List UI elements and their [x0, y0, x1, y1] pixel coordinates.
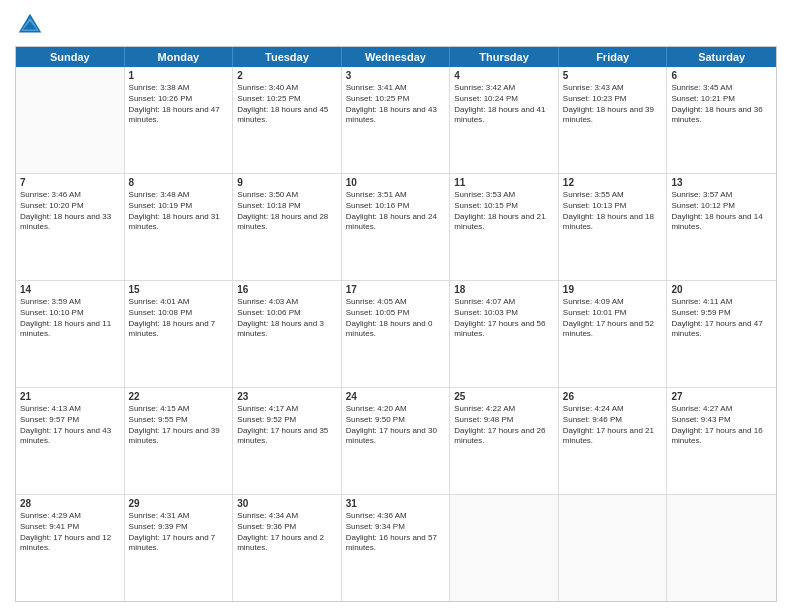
calendar-cell: 23Sunrise: 4:17 AMSunset: 9:52 PMDayligh… — [233, 388, 342, 494]
header-day-wednesday: Wednesday — [342, 47, 451, 67]
cell-details: Sunrise: 3:53 AMSunset: 10:15 PMDaylight… — [454, 190, 554, 233]
day-number: 11 — [454, 177, 554, 188]
day-number: 6 — [671, 70, 772, 81]
calendar-row-4: 28Sunrise: 4:29 AMSunset: 9:41 PMDayligh… — [16, 495, 776, 601]
calendar-cell: 2Sunrise: 3:40 AMSunset: 10:25 PMDayligh… — [233, 67, 342, 173]
cell-details: Sunrise: 4:31 AMSunset: 9:39 PMDaylight:… — [129, 511, 229, 554]
day-number: 10 — [346, 177, 446, 188]
calendar-cell: 22Sunrise: 4:15 AMSunset: 9:55 PMDayligh… — [125, 388, 234, 494]
page: SundayMondayTuesdayWednesdayThursdayFrid… — [0, 0, 792, 612]
cell-details: Sunrise: 4:01 AMSunset: 10:08 PMDaylight… — [129, 297, 229, 340]
day-number: 17 — [346, 284, 446, 295]
day-number: 21 — [20, 391, 120, 402]
calendar-cell — [16, 67, 125, 173]
calendar-cell: 16Sunrise: 4:03 AMSunset: 10:06 PMDaylig… — [233, 281, 342, 387]
day-number: 9 — [237, 177, 337, 188]
cell-details: Sunrise: 3:46 AMSunset: 10:20 PMDaylight… — [20, 190, 120, 233]
cell-details: Sunrise: 4:15 AMSunset: 9:55 PMDaylight:… — [129, 404, 229, 447]
cell-details: Sunrise: 4:07 AMSunset: 10:03 PMDaylight… — [454, 297, 554, 340]
cell-details: Sunrise: 3:45 AMSunset: 10:21 PMDaylight… — [671, 83, 772, 126]
calendar-cell: 28Sunrise: 4:29 AMSunset: 9:41 PMDayligh… — [16, 495, 125, 601]
calendar-cell: 12Sunrise: 3:55 AMSunset: 10:13 PMDaylig… — [559, 174, 668, 280]
calendar-cell — [667, 495, 776, 601]
header-day-sunday: Sunday — [16, 47, 125, 67]
day-number: 28 — [20, 498, 120, 509]
day-number: 23 — [237, 391, 337, 402]
day-number: 7 — [20, 177, 120, 188]
calendar-cell: 4Sunrise: 3:42 AMSunset: 10:24 PMDayligh… — [450, 67, 559, 173]
calendar-cell: 17Sunrise: 4:05 AMSunset: 10:05 PMDaylig… — [342, 281, 451, 387]
calendar-cell: 5Sunrise: 3:43 AMSunset: 10:23 PMDayligh… — [559, 67, 668, 173]
day-number: 24 — [346, 391, 446, 402]
cell-details: Sunrise: 4:36 AMSunset: 9:34 PMDaylight:… — [346, 511, 446, 554]
cell-details: Sunrise: 3:38 AMSunset: 10:26 PMDaylight… — [129, 83, 229, 126]
day-number: 31 — [346, 498, 446, 509]
cell-details: Sunrise: 4:22 AMSunset: 9:48 PMDaylight:… — [454, 404, 554, 447]
cell-details: Sunrise: 4:24 AMSunset: 9:46 PMDaylight:… — [563, 404, 663, 447]
header — [15, 10, 777, 40]
calendar-cell: 9Sunrise: 3:50 AMSunset: 10:18 PMDayligh… — [233, 174, 342, 280]
cell-details: Sunrise: 3:55 AMSunset: 10:13 PMDaylight… — [563, 190, 663, 233]
day-number: 14 — [20, 284, 120, 295]
calendar-cell: 14Sunrise: 3:59 AMSunset: 10:10 PMDaylig… — [16, 281, 125, 387]
cell-details: Sunrise: 3:50 AMSunset: 10:18 PMDaylight… — [237, 190, 337, 233]
calendar-cell: 27Sunrise: 4:27 AMSunset: 9:43 PMDayligh… — [667, 388, 776, 494]
cell-details: Sunrise: 4:34 AMSunset: 9:36 PMDaylight:… — [237, 511, 337, 554]
cell-details: Sunrise: 4:09 AMSunset: 10:01 PMDaylight… — [563, 297, 663, 340]
calendar-header: SundayMondayTuesdayWednesdayThursdayFrid… — [16, 47, 776, 67]
calendar-cell: 1Sunrise: 3:38 AMSunset: 10:26 PMDayligh… — [125, 67, 234, 173]
cell-details: Sunrise: 4:17 AMSunset: 9:52 PMDaylight:… — [237, 404, 337, 447]
calendar-cell: 20Sunrise: 4:11 AMSunset: 9:59 PMDayligh… — [667, 281, 776, 387]
logo-icon — [15, 10, 45, 40]
cell-details: Sunrise: 4:27 AMSunset: 9:43 PMDaylight:… — [671, 404, 772, 447]
header-day-saturday: Saturday — [667, 47, 776, 67]
cell-details: Sunrise: 3:41 AMSunset: 10:25 PMDaylight… — [346, 83, 446, 126]
calendar-cell: 30Sunrise: 4:34 AMSunset: 9:36 PMDayligh… — [233, 495, 342, 601]
logo — [15, 10, 49, 40]
calendar: SundayMondayTuesdayWednesdayThursdayFrid… — [15, 46, 777, 602]
day-number: 20 — [671, 284, 772, 295]
calendar-cell: 29Sunrise: 4:31 AMSunset: 9:39 PMDayligh… — [125, 495, 234, 601]
day-number: 19 — [563, 284, 663, 295]
day-number: 4 — [454, 70, 554, 81]
calendar-cell: 21Sunrise: 4:13 AMSunset: 9:57 PMDayligh… — [16, 388, 125, 494]
header-day-tuesday: Tuesday — [233, 47, 342, 67]
calendar-row-0: 1Sunrise: 3:38 AMSunset: 10:26 PMDayligh… — [16, 67, 776, 174]
day-number: 29 — [129, 498, 229, 509]
day-number: 18 — [454, 284, 554, 295]
calendar-cell: 13Sunrise: 3:57 AMSunset: 10:12 PMDaylig… — [667, 174, 776, 280]
calendar-cell: 24Sunrise: 4:20 AMSunset: 9:50 PMDayligh… — [342, 388, 451, 494]
cell-details: Sunrise: 3:51 AMSunset: 10:16 PMDaylight… — [346, 190, 446, 233]
day-number: 8 — [129, 177, 229, 188]
cell-details: Sunrise: 3:43 AMSunset: 10:23 PMDaylight… — [563, 83, 663, 126]
header-day-friday: Friday — [559, 47, 668, 67]
calendar-cell: 8Sunrise: 3:48 AMSunset: 10:19 PMDayligh… — [125, 174, 234, 280]
day-number: 30 — [237, 498, 337, 509]
calendar-cell: 31Sunrise: 4:36 AMSunset: 9:34 PMDayligh… — [342, 495, 451, 601]
calendar-row-2: 14Sunrise: 3:59 AMSunset: 10:10 PMDaylig… — [16, 281, 776, 388]
calendar-row-3: 21Sunrise: 4:13 AMSunset: 9:57 PMDayligh… — [16, 388, 776, 495]
calendar-body: 1Sunrise: 3:38 AMSunset: 10:26 PMDayligh… — [16, 67, 776, 601]
day-number: 25 — [454, 391, 554, 402]
cell-details: Sunrise: 4:29 AMSunset: 9:41 PMDaylight:… — [20, 511, 120, 554]
calendar-cell — [450, 495, 559, 601]
day-number: 15 — [129, 284, 229, 295]
cell-details: Sunrise: 4:05 AMSunset: 10:05 PMDaylight… — [346, 297, 446, 340]
cell-details: Sunrise: 4:20 AMSunset: 9:50 PMDaylight:… — [346, 404, 446, 447]
day-number: 1 — [129, 70, 229, 81]
calendar-cell: 25Sunrise: 4:22 AMSunset: 9:48 PMDayligh… — [450, 388, 559, 494]
header-day-thursday: Thursday — [450, 47, 559, 67]
calendar-cell: 7Sunrise: 3:46 AMSunset: 10:20 PMDayligh… — [16, 174, 125, 280]
cell-details: Sunrise: 3:40 AMSunset: 10:25 PMDaylight… — [237, 83, 337, 126]
cell-details: Sunrise: 3:48 AMSunset: 10:19 PMDaylight… — [129, 190, 229, 233]
day-number: 27 — [671, 391, 772, 402]
cell-details: Sunrise: 3:59 AMSunset: 10:10 PMDaylight… — [20, 297, 120, 340]
calendar-cell: 10Sunrise: 3:51 AMSunset: 10:16 PMDaylig… — [342, 174, 451, 280]
calendar-cell: 15Sunrise: 4:01 AMSunset: 10:08 PMDaylig… — [125, 281, 234, 387]
cell-details: Sunrise: 3:57 AMSunset: 10:12 PMDaylight… — [671, 190, 772, 233]
cell-details: Sunrise: 4:11 AMSunset: 9:59 PMDaylight:… — [671, 297, 772, 340]
cell-details: Sunrise: 4:03 AMSunset: 10:06 PMDaylight… — [237, 297, 337, 340]
day-number: 2 — [237, 70, 337, 81]
day-number: 13 — [671, 177, 772, 188]
calendar-cell: 6Sunrise: 3:45 AMSunset: 10:21 PMDayligh… — [667, 67, 776, 173]
